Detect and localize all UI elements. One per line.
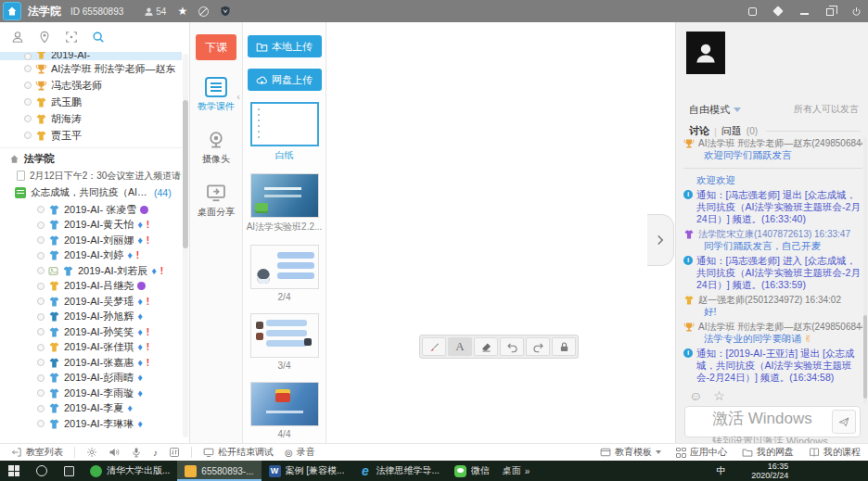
slide-preview[interactable] [250, 245, 319, 289]
select-radio[interactable] [37, 297, 45, 305]
tab-discussion[interactable]: 讨论 [689, 124, 709, 138]
student-row[interactable]: 2019-AI-彭雨晴 ♦ [0, 371, 182, 386]
tray-icon[interactable] [637, 466, 647, 476]
slide-preview[interactable] [250, 102, 319, 146]
scrollbar-thumb[interactable] [183, 100, 188, 248]
roster-row[interactable]: 胡海涛 [0, 110, 182, 127]
tab-question[interactable]: 问题 [721, 124, 742, 138]
undo-button[interactable] [500, 337, 524, 356]
select-radio[interactable] [37, 374, 45, 382]
select-radio[interactable] [24, 98, 32, 106]
tray-icon[interactable] [558, 466, 568, 476]
select-radio[interactable] [24, 65, 32, 72]
taskbar-app[interactable]: 65580893-... [177, 461, 261, 481]
roster-row[interactable]: AI法学班 刑法学老师—赵东 [0, 60, 182, 77]
student-row[interactable]: 2019-AI- 张凌雪 [0, 202, 182, 218]
emoji-picker-icon[interactable]: ☺ [689, 389, 702, 402]
panel-toggle-icon[interactable] [746, 5, 759, 18]
slide-preview[interactable] [250, 313, 319, 358]
select-radio[interactable] [37, 267, 45, 274]
select-radio[interactable] [37, 405, 45, 412]
chat-input[interactable] [685, 407, 832, 437]
local-upload-button[interactable]: 本地上传 [248, 35, 322, 57]
settings-gear-icon[interactable] [86, 447, 97, 458]
student-row[interactable]: 2019-AI-李琳琳 ♦ [0, 416, 182, 432]
brush-tool-button[interactable] [422, 337, 446, 356]
taskbar-app[interactable]: e 法律思维学导... [351, 461, 446, 481]
redo-button[interactable] [526, 337, 550, 356]
slide-preview[interactable] [250, 173, 319, 218]
tool-courseware[interactable]: 教学课件 [190, 77, 242, 113]
select-radio[interactable] [37, 359, 45, 366]
music-note-icon[interactable]: ♪ [153, 448, 158, 458]
scrollbar-thumb[interactable] [863, 315, 867, 399]
student-row[interactable]: 2019-AI-刘若辰 ♦ ! [0, 263, 182, 279]
search-icon[interactable] [92, 31, 105, 44]
student-row[interactable]: 2019-AI-孙旭辉 ♦ [0, 310, 182, 325]
forbid-icon[interactable] [198, 6, 209, 17]
app-center-button[interactable]: 应用中心 [676, 446, 727, 459]
power-button[interactable] [849, 5, 862, 18]
send-button[interactable] [832, 410, 856, 434]
select-radio[interactable] [37, 236, 45, 244]
slide-thumbnail[interactable]: 白纸 [243, 102, 326, 162]
roster-row[interactable]: 2019-AI- [0, 52, 182, 60]
microphone-icon[interactable] [131, 447, 142, 458]
push-to-talk-button[interactable]: 松开结束调试 [203, 446, 274, 459]
member-count[interactable]: 54 [144, 6, 166, 17]
slide-preview[interactable] [250, 382, 319, 426]
roster-scrollbar[interactable] [183, 54, 188, 437]
start-button[interactable] [0, 461, 28, 481]
desktop-toolbar[interactable]: 桌面 » [503, 464, 530, 477]
student-row[interactable]: 2019-AI-刘婷 ♦ ! [0, 248, 182, 264]
select-radio[interactable] [37, 252, 45, 259]
slide-thumbnail[interactable]: 2/4 [243, 245, 326, 302]
gem-icon[interactable] [772, 5, 785, 18]
favorite-emote-icon[interactable]: ☆ [713, 389, 725, 402]
my-courses-button[interactable]: 我的课程 [809, 446, 861, 459]
task-view-button[interactable] [56, 461, 83, 481]
location-icon[interactable] [38, 31, 51, 44]
taskbar-app[interactable]: 清华大学出版... [83, 461, 177, 481]
whiteboard-canvas[interactable]: A [326, 22, 675, 443]
expand-panel-button[interactable] [647, 214, 674, 266]
student-row[interactable]: 2019-AI-吕继尧 [0, 279, 182, 295]
tray-icon[interactable] [574, 466, 584, 476]
lock-button[interactable] [552, 337, 576, 356]
roster-row[interactable]: 冯志强老师 [0, 77, 182, 94]
speaker-icon[interactable] [108, 447, 120, 458]
select-radio[interactable] [37, 328, 45, 335]
edu-template-button[interactable]: 教育模板 [600, 446, 661, 459]
select-radio[interactable] [24, 115, 32, 122]
student-row[interactable]: 2019-AI-孙笑笑 ♦ ! [0, 324, 182, 340]
record-button[interactable]: ◎ 录音 [285, 446, 315, 459]
select-radio[interactable] [24, 82, 32, 89]
student-row[interactable]: 2019-AI-张佳琪 ♦ ! [0, 340, 182, 356]
collapse-panel-icon[interactable]: ‹ [236, 91, 240, 102]
scan-icon[interactable] [65, 31, 78, 44]
tray-icon[interactable] [732, 466, 742, 476]
home-button[interactable] [3, 2, 21, 20]
slide-thumbnail[interactable]: 3/4 [243, 313, 326, 371]
favorite-star-icon[interactable]: ★ [177, 5, 187, 18]
text-tool-button[interactable]: A [448, 337, 472, 356]
student-row[interactable]: 2019-AI-李夏 ♦ [0, 401, 182, 417]
student-row[interactable]: 2019-AI-黄天怡 ♦ ! [0, 218, 182, 234]
student-row[interactable]: 2019-AI-李雨璇 ♦ [0, 386, 182, 401]
tray-icon[interactable]: 中 [716, 466, 726, 476]
chat-scrollbar[interactable] [863, 137, 867, 404]
tray-icon[interactable] [606, 466, 616, 476]
minimize-button[interactable] [798, 5, 811, 18]
channel-item[interactable]: 众志成城，共同抗疫（AI法学实验班 (44) [0, 184, 182, 201]
section-law-school[interactable]: 法学院 [0, 150, 182, 168]
slide-thumbnail[interactable]: AI法学实验班2.2... [243, 173, 326, 234]
student-row[interactable]: 2019-AI-吴梦瑶 ♦ ! [0, 294, 182, 310]
eraser-tool-button[interactable] [474, 337, 498, 356]
tray-icon[interactable] [700, 466, 710, 476]
taskbar-clock[interactable]: 16:35 2020/2/24 [751, 462, 788, 480]
taskbar-app[interactable]: 微信 [447, 461, 497, 481]
select-radio[interactable] [24, 132, 32, 139]
roster-row[interactable]: 贾玉平 [0, 127, 182, 144]
tray-icon[interactable] [542, 466, 553, 476]
net-disk-button[interactable]: 我的网盘 [742, 446, 794, 459]
